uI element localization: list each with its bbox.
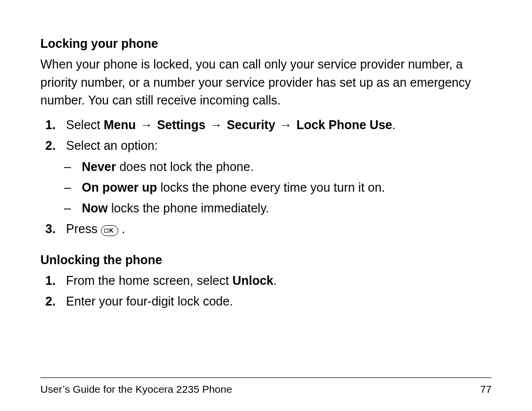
step-marker: 3. — [40, 220, 66, 238]
option-rest: locks the phone immediately. — [108, 201, 269, 215]
footer-page-number: 77 — [480, 382, 492, 396]
option-body: On power up locks the phone every time y… — [82, 178, 385, 196]
arrow-icon: → — [209, 116, 223, 134]
option-never: – Never does not lock the phone. — [40, 158, 492, 175]
path-security: Security — [227, 118, 275, 132]
unlock-bold: Unlock — [233, 274, 273, 287]
section-heading-unlocking: Unlocking the phone — [40, 251, 492, 269]
document-page: Locking your phone When your phone is lo… — [0, 0, 532, 411]
step-marker: 2. — [40, 292, 66, 310]
intro-paragraph: When your phone is locked, you can call … — [40, 55, 492, 109]
footer-title: User’s Guide for the Kyocera 2235 Phone — [40, 382, 232, 396]
option-now: – Now locks the phone immediately. — [40, 199, 492, 217]
option-rest: does not lock the phone. — [116, 160, 254, 173]
option-bold: Never — [82, 160, 116, 173]
step-body: Enter your four-digit lock code. — [66, 292, 492, 310]
option-bold: Now — [82, 201, 108, 215]
step-marker: 1. — [40, 116, 66, 134]
step3-prefix: Press — [66, 222, 101, 236]
locking-steps: 1. Select Menu → Settings → Security → L… — [40, 116, 492, 238]
step-marker: 1. — [40, 272, 66, 289]
path-lock: Lock Phone Use — [297, 118, 393, 132]
unlock1-prefix: From the home screen, select — [66, 274, 233, 287]
step1-prefix: Select — [66, 118, 103, 132]
content-area: Locking your phone When your phone is lo… — [40, 34, 492, 377]
option-body: Now locks the phone immediately. — [82, 199, 269, 217]
menu-path: Menu → Settings → Security → Lock Phone … — [103, 118, 392, 132]
step-marker: 2. — [40, 137, 66, 154]
option-on-power-up: – On power up locks the phone every time… — [40, 178, 492, 196]
option-rest: locks the phone every time you turn it o… — [157, 180, 385, 194]
unlock-step-1: 1. From the home screen, select Unlock. — [40, 272, 492, 289]
unlocking-steps: 1. From the home screen, select Unlock. … — [40, 272, 492, 310]
step-body: Select an option: — [66, 137, 492, 154]
unlock1-suffix: . — [273, 274, 277, 287]
step-body: Select Menu → Settings → Security → Lock… — [66, 116, 492, 134]
section-heading-locking: Locking your phone — [40, 34, 492, 52]
step-2: 2. Select an option: — [40, 137, 492, 154]
step3-suffix: . — [118, 222, 125, 236]
arrow-icon: → — [139, 116, 154, 134]
bullet-dash: – — [61, 199, 82, 217]
bullet-dash: – — [61, 178, 82, 196]
option-bold: On power up — [82, 180, 157, 194]
ok-square-icon — [104, 229, 108, 233]
unlock-step-2: 2. Enter your four-digit lock code. — [40, 292, 492, 310]
path-menu: Menu — [103, 118, 135, 132]
page-footer: User’s Guide for the Kyocera 2235 Phone … — [40, 382, 492, 396]
ok-label: K — [109, 228, 115, 234]
path-settings: Settings — [157, 118, 206, 132]
step-3: 3. Press K . — [40, 220, 492, 238]
option-body: Never does not lock the phone. — [82, 158, 254, 175]
footer-rule — [40, 377, 492, 378]
bullet-dash: – — [61, 158, 82, 175]
step1-suffix: . — [392, 118, 396, 132]
step-body: From the home screen, select Unlock. — [66, 272, 492, 289]
step-1: 1. Select Menu → Settings → Security → L… — [40, 116, 492, 134]
arrow-icon: → — [279, 116, 293, 134]
step-body: Press K . — [66, 220, 492, 238]
ok-button-icon: K — [101, 225, 118, 236]
